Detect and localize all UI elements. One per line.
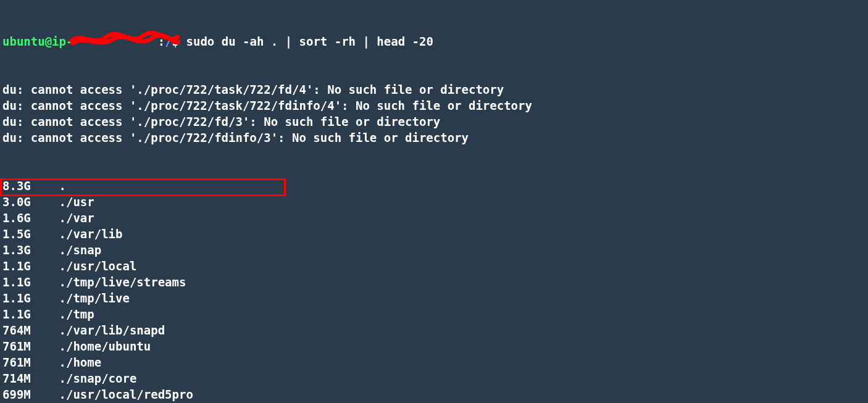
terminal-output[interactable]: ubuntu@ip-xxx-xx-xx-xx:/$ sudo du -ah . … [0, 0, 868, 403]
du-row: 1.1G./usr/local [2, 258, 866, 274]
du-size: 1.1G [2, 274, 59, 290]
prompt-cwd: / [165, 35, 172, 48]
du-path: ./home [59, 355, 102, 369]
du-path: ./var [59, 211, 94, 225]
du-row: 1.1G./tmp [2, 306, 866, 322]
du-row: 1.6G./var [2, 210, 866, 226]
du-path: ./snap/core [59, 372, 137, 385]
du-row: 764M./var/lib/snapd [2, 322, 866, 338]
du-path: ./tmp/live/streams [59, 275, 186, 289]
error-line: du: cannot access './proc/722/task/722/f… [2, 98, 866, 114]
du-output-rows: 8.3G.3.0G./usr1.6G./var1.5G./var/lib1.3G… [2, 178, 866, 403]
command-text: sudo du -ah . | sort -rh | head -20 [186, 35, 433, 48]
redaction-scribble: xxx-xx-xx-xx [73, 33, 157, 49]
du-size: 761M [2, 354, 59, 370]
du-row: 1.5G./var/lib [2, 226, 866, 242]
du-row: 3.0G./usr [2, 194, 866, 210]
du-path: ./tmp/live [59, 291, 130, 305]
du-row: 699M./usr/local/red5pro [2, 386, 866, 402]
du-size: 1.1G [2, 290, 59, 306]
error-line: du: cannot access './proc/722/fd/3': No … [2, 114, 866, 130]
du-row: 1.3G./snap [2, 242, 866, 258]
du-row: 8.3G. [2, 178, 866, 194]
du-size: 1.1G [2, 306, 59, 322]
du-path: ./tmp [59, 307, 94, 321]
du-row: 1.1G./tmp/live/streams [2, 274, 866, 290]
du-row: 761M./home/ubuntu [2, 338, 866, 354]
du-path: . [59, 179, 66, 193]
du-size: 761M [2, 338, 59, 354]
du-path: ./home/ubuntu [59, 339, 151, 353]
du-path: ./usr/local [59, 259, 137, 273]
du-path: ./usr [59, 195, 94, 209]
du-size: 1.3G [2, 242, 59, 258]
prompt-host: ip- [52, 35, 73, 48]
du-row: 761M./home [2, 354, 866, 370]
du-size: 8.3G [2, 178, 59, 194]
du-size: 1.1G [2, 258, 59, 274]
du-row: 1.1G./tmp/live [2, 290, 866, 306]
error-line: du: cannot access './proc/722/fdinfo/3':… [2, 130, 866, 146]
prompt-line[interactable]: ubuntu@ip-xxx-xx-xx-xx:/$ sudo du -ah . … [2, 33, 866, 49]
prompt-at: @ [45, 35, 52, 48]
error-line: du: cannot access './proc/722/task/722/f… [2, 81, 866, 98]
prompt-user: ubuntu [2, 35, 45, 48]
du-path: ./var/lib [59, 227, 123, 241]
du-size: 1.5G [2, 226, 59, 242]
error-lines: du: cannot access './proc/722/task/722/f… [2, 81, 866, 146]
prompt-dollar: $ [172, 35, 186, 48]
du-path: ./var/lib/snapd [59, 323, 165, 337]
du-size: 3.0G [2, 194, 59, 210]
du-row: 714M./snap/core [2, 370, 866, 386]
prompt-colon: : [158, 35, 165, 48]
du-path: ./snap [59, 243, 102, 257]
du-size: 1.6G [2, 210, 59, 226]
du-size: 714M [2, 370, 59, 386]
du-size: 764M [2, 322, 59, 338]
du-size: 699M [2, 386, 59, 402]
du-path: ./usr/local/red5pro [59, 388, 193, 401]
